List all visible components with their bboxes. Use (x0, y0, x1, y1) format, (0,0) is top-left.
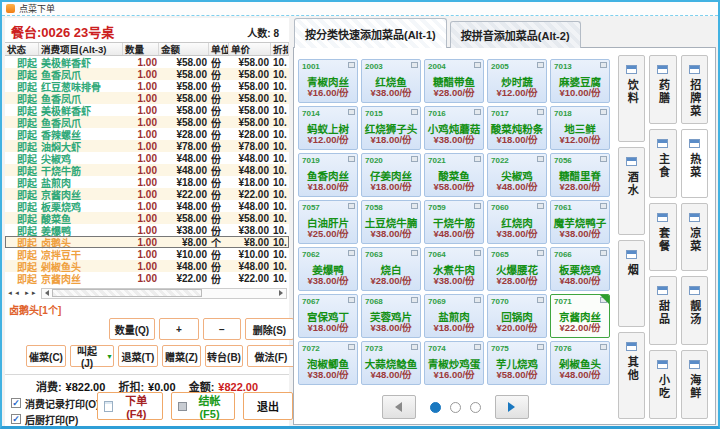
menu-item-card[interactable]: 7060红烧肉¥38.00/份 (487, 200, 547, 244)
category-button[interactable]: 甜品 (649, 276, 676, 345)
menu-item-card[interactable]: 7071京酱肉丝¥22.00/份 (550, 294, 610, 338)
category-button[interactable]: 凉菜 (681, 203, 708, 272)
menu-item-card[interactable]: 7066板栗烧鸡¥48.00/份 (550, 247, 610, 291)
checkout-button[interactable]: 结帐(F5) (171, 392, 235, 420)
menu-item-card[interactable]: 7014蚂蚁上树¥12.00/份 (298, 106, 358, 150)
category-button[interactable]: 靓汤 (681, 276, 708, 345)
action-button[interactable]: 赠菜(Z) (162, 345, 201, 367)
checkbox-checked-icon[interactable] (11, 414, 21, 424)
menu-item-card[interactable]: 2003红烧鱼¥38.00/份 (361, 59, 421, 103)
action-button[interactable]: − (203, 318, 241, 340)
menu-item-card[interactable]: 7064水煮牛肉¥38.00/份 (424, 247, 484, 291)
order-row-amount: ¥48.00 (159, 165, 209, 176)
menu-item-card[interactable]: 7063烧白¥28.00/份 (361, 247, 421, 291)
place-order-button[interactable]: 下单(F4) (97, 392, 163, 420)
menu-item-card[interactable]: 7062姜爆鸭¥38.00/份 (298, 247, 358, 291)
menu-item-card[interactable]: 7020仔姜肉丝¥18.00/份 (361, 153, 421, 197)
print-record-label: 消费记录打印(O) (25, 396, 99, 411)
menu-item-card[interactable]: 7068芙蓉鸡片¥38.00/份 (361, 294, 421, 338)
menu-item-code: 1001 (302, 62, 320, 71)
menu-item-card[interactable]: 7015红烧狮子头¥18.00/份 (361, 106, 421, 150)
action-button[interactable]: 退菜(T) (118, 345, 158, 367)
category-button[interactable]: 主食 (649, 129, 676, 198)
scroll-left-icon[interactable] (45, 290, 49, 296)
menu-item-card[interactable]: 2005炒时蔬¥12.00/份 (487, 59, 547, 103)
menu-item-card[interactable]: 7075芋儿烧鸡¥58.00/份 (487, 341, 547, 385)
action-button[interactable]: 叫起(J)▼ (70, 345, 114, 367)
menu-item-card[interactable]: 7017酸菜炖粉条¥18.00/份 (487, 106, 547, 150)
scrollbar-thumb[interactable] (52, 289, 202, 297)
window-title: 点菜下单 (19, 2, 55, 15)
order-row-discount: 10. (271, 117, 289, 128)
menu-item-card[interactable]: 7056糖醋里脊¥28.00/份 (550, 153, 610, 197)
menu-item-card[interactable]: 7057白油肝片¥25.00/份 (298, 200, 358, 244)
category-button[interactable]: 招牌菜 (681, 55, 708, 124)
menu-item-card[interactable]: 7058土豆烧牛腩¥38.00/份 (361, 200, 421, 244)
menu-item-price: ¥48.00/份 (551, 273, 609, 287)
print-record-checkbox[interactable]: 消费记录打印(O) (11, 395, 99, 411)
menu-item-card[interactable]: 1001青椒肉丝¥16.00/份 (298, 59, 358, 103)
menu-item-card[interactable]: 7069盐煎肉¥18.00/份 (424, 294, 484, 338)
prev-page-button[interactable] (382, 395, 416, 419)
horizontal-scrollbar[interactable] (41, 288, 287, 299)
col-item: 消费项目(Alt-3) (39, 43, 123, 55)
menu-item-card[interactable]: 7072泡椒鲫鱼¥38.00/份 (298, 341, 358, 385)
page-dot[interactable] (450, 402, 461, 413)
category-button[interactable]: 酒水 (618, 147, 645, 234)
menu-item-card[interactable]: 7076剁椒鱼头¥48.00/份 (550, 341, 610, 385)
order-row-discount: 10. (271, 201, 289, 212)
menu-item-card[interactable]: 7019鱼香肉丝¥18.00/份 (298, 153, 358, 197)
menu-item-card[interactable]: 7061魔芋烧鸭子¥38.00/份 (550, 200, 610, 244)
category-button[interactable]: 套餐 (649, 203, 676, 272)
menu-item-card[interactable]: 7073大蒜烧鲶鱼¥48.00/份 (361, 341, 421, 385)
menu-item-card[interactable]: 2004糖醋带鱼¥28.00/份 (424, 59, 484, 103)
category-button[interactable]: 其他 (618, 332, 645, 419)
order-row-price: ¥48.00 (229, 153, 271, 164)
action-button[interactable]: 做法(F) (247, 345, 295, 367)
menu-item-card[interactable]: 7059干烧牛筋¥48.00/份 (424, 200, 484, 244)
record-first-icon[interactable]: ◄◄ (7, 290, 21, 296)
menu-item-card[interactable]: 7018地三鲜¥12.00/份 (550, 106, 610, 150)
category-button[interactable]: 烟 (618, 240, 645, 327)
menu-item-card[interactable]: 7074青椒炒鸡蛋¥16.00/份 (424, 341, 484, 385)
action-button[interactable]: 数量(Q) (109, 318, 155, 340)
menu-item-card[interactable]: 7067宫保鸡丁¥18.00/份 (298, 294, 358, 338)
category-button[interactable]: 热菜 (681, 129, 708, 198)
window-icon (537, 109, 544, 115)
category-button[interactable]: 药膳 (649, 55, 676, 124)
menu-item-card[interactable]: 7013麻婆豆腐¥10.00/份 (550, 59, 610, 103)
category-label: 凉菜 (688, 227, 701, 253)
category-button[interactable]: 饮料 (618, 55, 645, 142)
action-button[interactable]: 转台(B) (205, 345, 243, 367)
menu-item-code: 2005 (491, 62, 509, 71)
kitchen-print-checkbox[interactable]: 后厨打印(P) (11, 411, 99, 427)
scroll-right-icon[interactable] (279, 290, 283, 296)
page-dot[interactable] (470, 402, 481, 413)
order-row-amount: ¥28.00 (159, 129, 209, 140)
action-button[interactable]: + (159, 318, 199, 340)
order-row-price: ¥58.00 (229, 105, 271, 116)
menu-item-card[interactable]: 7070回锅肉¥20.00/份 (487, 294, 547, 338)
category-button[interactable]: 海鲜 (681, 350, 708, 419)
menu-item-price: ¥58.00/份 (488, 367, 546, 381)
checkbox-checked-icon[interactable] (11, 398, 21, 408)
category-button[interactable]: 小吃 (649, 350, 676, 419)
tab-pinyin-add[interactable]: 按拼音添加菜品(Alt-2) (450, 21, 581, 48)
order-row[interactable]: 即起京酱肉丝1.00¥22.00份¥22.0010. (5, 272, 289, 284)
action-button[interactable]: 删除(S) (245, 318, 294, 340)
menu-item-card[interactable]: 7022尖椒鸡¥48.00/份 (487, 153, 547, 197)
action-button[interactable]: 催菜(C) (26, 345, 66, 367)
menu-item-price: ¥48.00/份 (362, 367, 420, 381)
next-page-button[interactable] (495, 395, 529, 419)
left-arrow-icon (395, 402, 402, 412)
tab-category-add[interactable]: 按分类快速添加菜品(Alt-1) (294, 18, 447, 48)
menu-item-card[interactable]: 7065火爆腰花¥28.00/份 (487, 247, 547, 291)
order-row-qty: 1.00 (123, 57, 159, 68)
menu-item-price: ¥10.00/份 (551, 85, 609, 99)
window-icon (348, 62, 355, 68)
menu-item-card[interactable]: 7016小鸡炖蘑菇¥38.00/份 (424, 106, 484, 150)
exit-button[interactable]: 退出 (243, 392, 293, 420)
record-last-icon[interactable]: ►► (24, 290, 38, 296)
page-dot[interactable] (430, 402, 441, 413)
menu-item-card[interactable]: 7021酸菜鱼¥58.00/份 (424, 153, 484, 197)
